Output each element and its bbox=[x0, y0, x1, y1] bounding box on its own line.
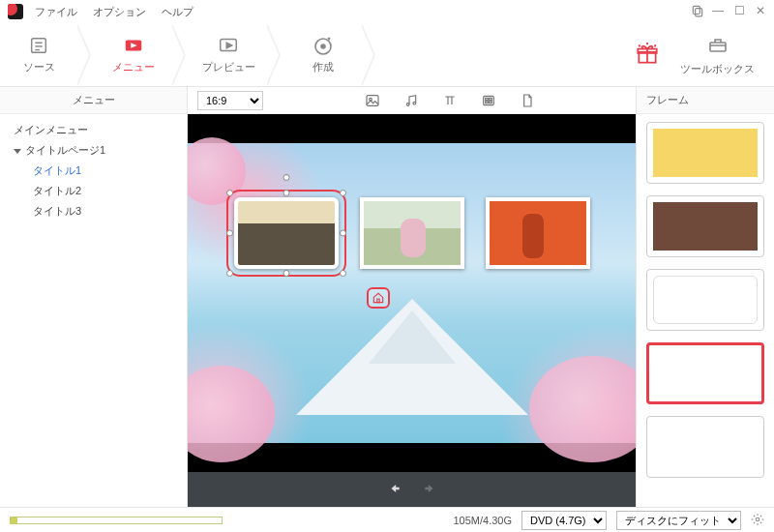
step-create-label: 作成 bbox=[313, 60, 334, 74]
svg-rect-16 bbox=[367, 95, 378, 105]
step-preview[interactable]: プレビュー bbox=[190, 23, 267, 86]
tree-title-2[interactable]: タイトル2 bbox=[4, 181, 183, 201]
chapter-icon[interactable] bbox=[480, 92, 497, 109]
close-icon[interactable]: ✕ bbox=[755, 4, 766, 20]
fit-select[interactable]: ディスクにフィット bbox=[616, 511, 741, 530]
maximize-icon[interactable]: ☐ bbox=[733, 4, 745, 20]
svg-point-26 bbox=[756, 517, 759, 521]
home-icon bbox=[372, 291, 385, 305]
preview-icon bbox=[216, 35, 241, 56]
home-button[interactable] bbox=[367, 287, 390, 309]
preview-stage[interactable] bbox=[188, 114, 636, 472]
step-separator bbox=[172, 23, 190, 86]
step-menu[interactable]: メニュー bbox=[95, 23, 172, 86]
disc-usage-bar bbox=[10, 517, 223, 524]
tree-main-menu[interactable]: メインメニュー bbox=[4, 120, 183, 140]
step-separator bbox=[362, 23, 379, 86]
frame-style-3[interactable] bbox=[646, 269, 764, 331]
menu-background bbox=[188, 143, 636, 443]
svg-rect-23 bbox=[486, 101, 489, 103]
svg-rect-21 bbox=[486, 98, 489, 100]
toolbox-button[interactable]: ツールボックス bbox=[680, 33, 755, 76]
svg-rect-25 bbox=[377, 299, 379, 303]
svg-point-19 bbox=[413, 102, 416, 104]
step-source-label: ソース bbox=[23, 60, 55, 74]
template-icon[interactable] bbox=[519, 92, 536, 109]
left-panel-title: メニュー bbox=[0, 87, 187, 114]
frame-style-5[interactable] bbox=[646, 416, 764, 478]
step-separator bbox=[267, 23, 284, 86]
tree-title-page-label: タイトルページ1 bbox=[25, 144, 105, 156]
minimize-icon[interactable]: — bbox=[712, 4, 724, 20]
settings-icon[interactable] bbox=[751, 513, 764, 528]
svg-marker-9 bbox=[226, 43, 232, 48]
menu-icon bbox=[121, 35, 146, 56]
tree-title-page[interactable]: タイトルページ1 bbox=[4, 140, 183, 161]
menu-file[interactable]: ファイル bbox=[35, 5, 77, 19]
disc-usage-text: 105M/4.30G bbox=[453, 515, 512, 526]
source-icon bbox=[26, 35, 51, 56]
toolbox-icon bbox=[705, 33, 730, 58]
svg-point-18 bbox=[406, 103, 409, 105]
right-panel-title: フレーム bbox=[637, 87, 774, 114]
frame-style-4[interactable] bbox=[646, 342, 764, 404]
svg-rect-22 bbox=[490, 98, 492, 100]
disc-type-select[interactable]: DVD (4.7G) bbox=[521, 511, 607, 530]
step-separator bbox=[77, 23, 95, 86]
thumbnail-3[interactable] bbox=[486, 197, 590, 269]
app-logo bbox=[8, 4, 23, 19]
menu-option[interactable]: オプション bbox=[93, 5, 146, 19]
svg-rect-1 bbox=[696, 8, 702, 15]
selection-handles bbox=[228, 192, 344, 275]
step-source[interactable]: ソース bbox=[0, 23, 77, 86]
step-create[interactable]: 作成 bbox=[284, 23, 362, 86]
create-icon bbox=[311, 35, 336, 56]
toolbox-label: ツールボックス bbox=[680, 62, 755, 76]
gift-button[interactable] bbox=[634, 42, 661, 69]
register-icon[interactable] bbox=[691, 4, 702, 20]
prev-page-icon[interactable] bbox=[386, 482, 403, 498]
gift-icon bbox=[634, 42, 661, 69]
chevron-down-icon[interactable] bbox=[14, 149, 21, 154]
step-preview-label: プレビュー bbox=[202, 60, 255, 74]
thumbnail-1[interactable] bbox=[234, 197, 339, 269]
image-icon[interactable] bbox=[364, 92, 381, 109]
music-icon[interactable] bbox=[402, 92, 420, 109]
svg-rect-15 bbox=[710, 43, 726, 51]
svg-rect-24 bbox=[490, 101, 492, 103]
frame-style-1[interactable] bbox=[646, 122, 764, 184]
tree-title-1[interactable]: タイトル1 bbox=[4, 161, 183, 181]
tree-title-3[interactable]: タイトル3 bbox=[4, 201, 183, 222]
svg-point-11 bbox=[321, 44, 325, 48]
svg-rect-0 bbox=[693, 6, 700, 14]
next-page-icon[interactable] bbox=[421, 482, 438, 498]
menu-help[interactable]: ヘルプ bbox=[162, 5, 194, 19]
step-menu-label: メニュー bbox=[112, 60, 155, 74]
text-icon[interactable] bbox=[441, 92, 459, 109]
aspect-ratio-select[interactable]: 16:9 bbox=[197, 91, 263, 110]
thumbnail-2[interactable] bbox=[360, 197, 464, 269]
frame-style-2[interactable] bbox=[646, 195, 764, 257]
